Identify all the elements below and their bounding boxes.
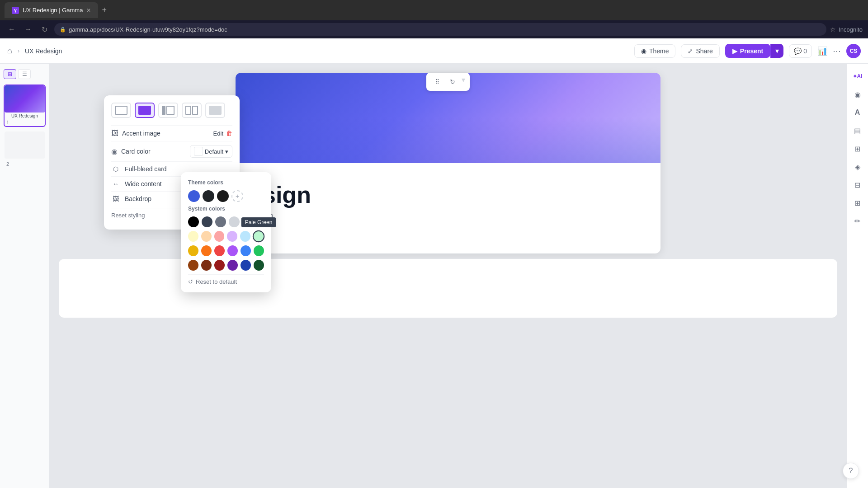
sys-color-lightgray[interactable]	[229, 216, 240, 227]
browser-tab[interactable]: γ UX Redesign | Gamma ✕	[5, 2, 98, 18]
tab-favicon: γ	[12, 7, 19, 14]
sys-color-lightblue[interactable]	[240, 231, 250, 242]
card-color-dropdown[interactable]: Default ▾	[190, 145, 232, 158]
sys-color-yellow[interactable]	[188, 245, 198, 256]
sys-color-darkpurple[interactable]	[227, 260, 238, 271]
card-color-icon: ◉	[111, 147, 118, 156]
card-toolbar-overlay: ⠿ ↻ ▾	[426, 73, 470, 91]
system-colors-title: System colors	[188, 206, 264, 212]
new-tab-button[interactable]: +	[102, 5, 107, 15]
slide-2-number: 2	[6, 161, 9, 167]
sys-color-purple[interactable]	[227, 245, 238, 256]
sys-color-lightorange[interactable]	[201, 231, 212, 242]
slide-1-label: UX Redesign	[6, 113, 43, 118]
sys-color-darkred[interactable]	[214, 260, 225, 271]
layout-option-5[interactable]	[205, 103, 225, 118]
color-tooltip: Pale Green	[241, 217, 276, 227]
drag-handle[interactable]: ⠿	[431, 75, 443, 88]
sys-color-darkbrown[interactable]	[188, 260, 198, 271]
full-bleed-icon: ⬡	[111, 165, 120, 173]
layout-option-2[interactable]	[135, 103, 155, 118]
forward-button[interactable]: →	[22, 23, 34, 36]
theme-button[interactable]: ◉ Theme	[634, 44, 676, 58]
pale-green-wrapper: Pale Green	[253, 231, 264, 242]
layout-option-3[interactable]	[158, 103, 178, 118]
sys-color-black[interactable]	[188, 216, 199, 227]
theme-color-blue[interactable]	[188, 190, 200, 202]
reset-default-label: Reset to default	[196, 278, 237, 285]
back-button[interactable]: ←	[5, 23, 18, 36]
share-icon: ⤢	[688, 47, 693, 55]
more-button[interactable]: ⋯	[833, 46, 841, 56]
layers-icon-button[interactable]: ◈	[850, 160, 865, 174]
sys-color-darkorange[interactable]	[201, 260, 212, 271]
reload-button[interactable]: ↻	[38, 23, 51, 36]
layout-icon-button-2[interactable]: ⊞	[850, 141, 865, 156]
present-button-group[interactable]: ▶ Present ▾	[725, 44, 783, 58]
sidebar-view-toggles: ⊞ ☰	[4, 69, 46, 79]
bookmark-icon[interactable]: ☆	[830, 26, 836, 33]
sys-color-red[interactable]	[214, 245, 225, 256]
comment-button[interactable]: 💬 0	[789, 44, 812, 58]
sys-color-darkgreen[interactable]	[254, 260, 264, 271]
sys-color-darkgray[interactable]	[202, 216, 212, 227]
theme-color-dark[interactable]	[203, 190, 214, 202]
backdrop-label: Backdrop	[125, 195, 151, 202]
chart-icon[interactable]: 📊	[817, 46, 827, 56]
url-bar[interactable]: 🔒 gamma.app/docs/UX-Redesign-utuw9ty82oy…	[54, 23, 826, 36]
help-button[interactable]: ?	[843, 463, 859, 479]
sys-color-orange[interactable]	[201, 245, 212, 256]
slide-1[interactable]: UX Redesign 1	[4, 84, 46, 127]
grid-view-button[interactable]: ⊞	[4, 69, 16, 79]
comment-icon: 💬	[794, 47, 802, 55]
share-button[interactable]: ⤢ Share	[681, 44, 719, 58]
sys-color-blue[interactable]	[241, 245, 251, 256]
wide-content-icon: ↔	[111, 180, 120, 188]
add-theme-color-button[interactable]: +	[231, 190, 243, 202]
ai-icon-button[interactable]: ✦AI	[850, 69, 865, 84]
layout-icon-button-1[interactable]: ▤	[850, 123, 865, 138]
full-bleed-label: Full-bleed card	[125, 165, 167, 173]
sys-color-green[interactable]	[254, 245, 264, 256]
accent-image-edit-button[interactable]: Edit	[213, 130, 223, 137]
present-dropdown-button[interactable]: ▾	[770, 44, 783, 58]
present-button[interactable]: ▶ Present	[725, 44, 770, 58]
play-icon: ▶	[732, 47, 737, 55]
slide-2[interactable]: 2	[4, 131, 46, 169]
card-content-area: sign ago	[236, 163, 660, 253]
lock-icon: 🔒	[60, 27, 66, 33]
tab-title: UX Redesign | Gamma	[23, 7, 83, 14]
avatar[interactable]: CS	[846, 44, 861, 58]
accent-image-delete-button[interactable]: 🗑	[226, 130, 232, 137]
card-container: sign ago	[236, 73, 660, 253]
sys-color-lightpurple[interactable]	[227, 231, 237, 242]
left-sidebar: ⊞ ☰ UX Redesign 1 2	[0, 64, 50, 488]
theme-color-black[interactable]	[217, 190, 229, 202]
layout-option-1[interactable]	[111, 103, 131, 118]
reset-to-default-button[interactable]: ↺ Reset to default	[188, 274, 264, 285]
color-picker-popup: Theme colors + System colors	[181, 172, 271, 292]
sys-color-lightyellow[interactable]	[188, 231, 198, 242]
image-icon-button[interactable]: ⊟	[850, 178, 865, 192]
layout-option-4[interactable]	[182, 103, 202, 118]
sys-color-lightred[interactable]	[214, 231, 225, 242]
system-colors-row-3	[188, 245, 264, 256]
sys-color-gray[interactable]	[215, 216, 226, 227]
backdrop-icon: 🖼	[111, 195, 120, 202]
breadcrumb[interactable]: UX Redesign	[25, 47, 62, 55]
grid-icon-button[interactable]: ⊞	[850, 196, 865, 210]
right-sidebar: ✦AI ◉ A ▤ ⊞ ◈ ⊟ ⊞ ✏	[846, 64, 868, 488]
palette-icon-button[interactable]: ◉	[850, 87, 865, 102]
home-button[interactable]: ⌂	[7, 46, 12, 56]
list-view-button[interactable]: ☰	[18, 69, 31, 79]
card-title: sign	[263, 181, 633, 208]
text-icon-button[interactable]: A	[850, 105, 865, 120]
tab-close-button[interactable]: ✕	[86, 7, 91, 14]
center-content: ⠿ ↻ ▾	[50, 64, 846, 488]
card-meta: ago	[263, 212, 633, 219]
sys-color-darkblue[interactable]	[241, 260, 251, 271]
rotate-tool[interactable]: ↻	[446, 75, 459, 88]
sys-color-palegreen[interactable]	[253, 230, 264, 242]
card-color-label: Card color	[121, 148, 151, 155]
edit-icon-button[interactable]: ✏	[850, 214, 865, 228]
